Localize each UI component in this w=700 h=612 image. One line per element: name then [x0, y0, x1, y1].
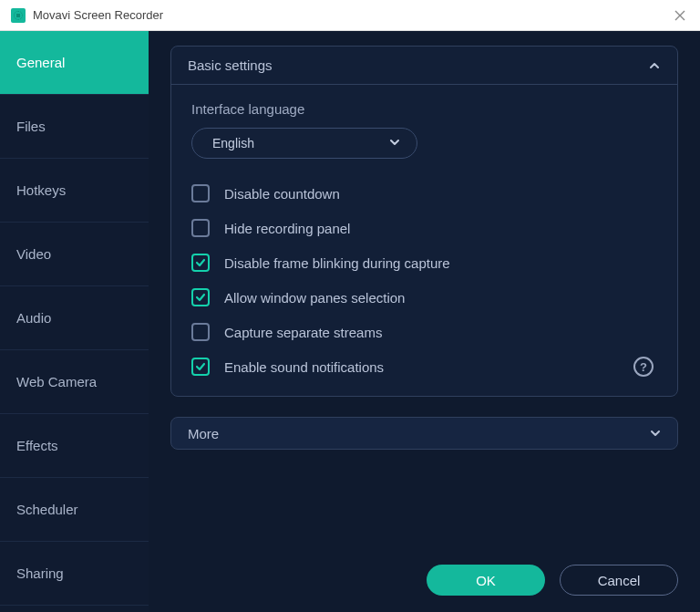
chevron-down-icon [389, 136, 400, 150]
option-disable-frame-blinking[interactable]: Disable frame blinking during capture [191, 254, 657, 272]
checkbox-icon [191, 358, 210, 376]
checkbox-icon [191, 323, 210, 341]
option-label: Allow window panes selection [224, 290, 405, 306]
sidebar-item-scheduler[interactable]: Scheduler [0, 478, 149, 542]
sidebar-item-video[interactable]: Video [0, 223, 149, 286]
sidebar-item-label: Hotkeys [16, 182, 66, 198]
chevron-up-icon [648, 59, 661, 72]
basic-settings-header[interactable]: Basic settings [171, 47, 677, 85]
main-content: Basic settings Interface language Englis… [149, 31, 700, 612]
close-button[interactable] [671, 6, 689, 25]
checkbox-icon [191, 254, 210, 272]
panel-body: Interface language English Disable count… [171, 85, 677, 396]
sidebar-item-label: Web Camera [16, 374, 97, 389]
sidebar-item-label: Effects [16, 438, 58, 453]
sidebar-item-web-camera[interactable]: Web Camera [0, 350, 149, 414]
checkbox-icon [191, 288, 210, 306]
titlebar: Movavi Screen Recorder [0, 0, 700, 31]
sidebar: General Files Hotkeys Video Audio Web Ca… [0, 31, 149, 612]
sidebar-item-label: Files [16, 119, 46, 134]
language-value: English [212, 136, 254, 150]
sidebar-item-label: Audio [16, 310, 51, 326]
sidebar-item-label: Scheduler [16, 502, 78, 517]
close-icon [674, 10, 685, 21]
panel-title: Basic settings [188, 57, 273, 73]
sidebar-item-label: Video [16, 246, 51, 262]
sidebar-item-label: General [16, 55, 65, 70]
checkbox-icon [191, 219, 210, 237]
help-icon: ? [640, 360, 647, 374]
window-title: Movavi Screen Recorder [33, 8, 163, 22]
sidebar-item-hotkeys[interactable]: Hotkeys [0, 159, 149, 223]
help-button[interactable]: ? [633, 357, 654, 377]
sidebar-item-files[interactable]: Files [0, 95, 149, 159]
sidebar-item-effects[interactable]: Effects [0, 414, 149, 478]
cancel-button[interactable]: Cancel [560, 565, 678, 596]
option-label: Enable sound notifications [224, 359, 384, 375]
language-select[interactable]: English [191, 128, 417, 159]
titlebar-left: Movavi Screen Recorder [11, 8, 163, 23]
sidebar-item-sharing[interactable]: Sharing [0, 542, 149, 606]
chevron-down-icon [650, 426, 661, 441]
option-disable-countdown[interactable]: Disable countdown [191, 184, 657, 202]
more-panel-header[interactable]: More [170, 417, 678, 450]
sidebar-item-general[interactable]: General [0, 31, 149, 95]
sidebar-item-label: Sharing [16, 565, 64, 581]
option-label: Hide recording panel [224, 221, 350, 236]
option-allow-window-panes[interactable]: Allow window panes selection [191, 288, 657, 306]
option-label: Disable frame blinking during capture [224, 255, 450, 271]
checkbox-icon [191, 184, 210, 202]
basic-settings-panel: Basic settings Interface language Englis… [170, 46, 678, 397]
button-label: Cancel [598, 573, 641, 588]
sidebar-item-audio[interactable]: Audio [0, 286, 149, 350]
footer: OK Cancel [427, 565, 678, 596]
language-label: Interface language [191, 101, 657, 117]
app-body: General Files Hotkeys Video Audio Web Ca… [0, 31, 700, 612]
option-enable-sound-notifications[interactable]: Enable sound notifications [191, 358, 657, 376]
ok-button[interactable]: OK [427, 565, 545, 596]
option-hide-recording-panel[interactable]: Hide recording panel [191, 219, 657, 237]
app-icon [11, 8, 26, 23]
option-label: Capture separate streams [224, 325, 382, 340]
option-capture-separate-streams[interactable]: Capture separate streams [191, 323, 657, 341]
button-label: OK [476, 573, 496, 588]
option-label: Disable countdown [224, 186, 340, 202]
options-group: Disable countdown Hide recording panel D… [191, 184, 657, 376]
more-label: More [188, 426, 219, 441]
